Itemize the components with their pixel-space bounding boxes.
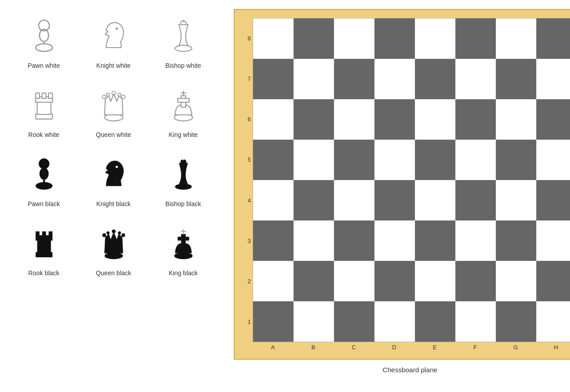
board-cell[interactable] (334, 301, 374, 342)
board-cell[interactable] (415, 18, 455, 59)
board-cell[interactable] (496, 220, 536, 261)
board-cell[interactable] (294, 261, 334, 301)
pieces-panel: Pawn white Knight white (9, 9, 225, 383)
piece-rook-black[interactable]: Rook black (9, 216, 79, 281)
board-cell[interactable] (374, 180, 415, 220)
board-cell[interactable] (455, 220, 496, 261)
piece-knight-white[interactable]: Knight white (79, 9, 148, 74)
board-panel: 8 7 6 5 4 3 2 1 A B C D E F G H Chessboa… (225, 9, 570, 383)
board-cell[interactable] (334, 18, 374, 59)
board-cell[interactable] (496, 18, 536, 59)
piece-king-white[interactable]: King white (148, 78, 218, 143)
board-cell[interactable] (334, 180, 374, 220)
svg-rect-39 (36, 231, 40, 237)
piece-queen-black[interactable]: Queen black (79, 216, 148, 281)
bishop-black-icon (163, 152, 204, 197)
board-cell[interactable] (455, 59, 496, 99)
board-cell[interactable] (374, 99, 415, 140)
piece-pawn-white[interactable]: Pawn white (9, 9, 79, 74)
queen-black-label: Queen black (96, 269, 131, 277)
board-cell[interactable] (415, 220, 455, 261)
board-cell[interactable] (253, 220, 294, 261)
board-cell[interactable] (455, 18, 496, 59)
board-cell[interactable] (334, 99, 374, 140)
board-cell[interactable] (415, 180, 455, 220)
board-cell[interactable] (496, 261, 536, 301)
svg-rect-4 (39, 45, 49, 48)
board-cell[interactable] (294, 59, 334, 99)
board-cell[interactable] (415, 59, 455, 99)
board-cell[interactable] (496, 99, 536, 140)
rook-black-label: Rook black (28, 269, 59, 277)
king-black-label: King black (169, 269, 198, 277)
board-cell[interactable] (536, 99, 570, 140)
board-cell[interactable] (536, 301, 570, 342)
board-cell[interactable] (334, 59, 374, 99)
svg-point-46 (106, 231, 109, 234)
board-cell[interactable] (496, 301, 536, 342)
col-label-c: C (334, 344, 374, 351)
pawn-black-icon (24, 152, 64, 197)
board-cell[interactable] (294, 99, 334, 140)
board-cell[interactable] (374, 140, 415, 180)
board-cell[interactable] (334, 261, 374, 301)
piece-rook-white[interactable]: Rook white (9, 78, 79, 143)
board-cell[interactable] (536, 180, 570, 220)
svg-point-28 (39, 167, 48, 180)
board-cell[interactable] (253, 18, 294, 59)
board-cell[interactable] (536, 140, 570, 180)
board-cell[interactable] (253, 140, 294, 180)
col-label-g: G (495, 344, 536, 351)
piece-king-black[interactable]: King black (148, 216, 218, 281)
board-cell[interactable] (536, 18, 570, 59)
board-cell[interactable] (253, 261, 294, 301)
svg-point-44 (111, 229, 116, 233)
board-cell[interactable] (253, 99, 294, 140)
queen-white-label: Queen white (96, 131, 131, 138)
board-cell[interactable] (294, 180, 334, 220)
board-cell[interactable] (294, 301, 334, 342)
board-cell[interactable] (253, 59, 294, 99)
col-label-a: A (253, 344, 293, 351)
board-cell[interactable] (455, 140, 496, 180)
board-cell[interactable] (374, 261, 415, 301)
rook-black-icon (24, 221, 64, 266)
board-cell[interactable] (374, 220, 415, 261)
board-cell[interactable] (455, 180, 496, 220)
board-cell[interactable] (496, 140, 536, 180)
board-cell[interactable] (455, 99, 496, 140)
board-cell[interactable] (415, 261, 455, 301)
board-cell[interactable] (536, 220, 570, 261)
board-cell[interactable] (455, 261, 496, 301)
board-cell[interactable] (415, 140, 455, 180)
board-cell[interactable] (294, 220, 334, 261)
row-label-5: 5 (243, 140, 251, 180)
board-cell[interactable] (253, 180, 294, 220)
svg-rect-50 (178, 237, 189, 241)
row-label-6: 6 (243, 99, 251, 140)
piece-bishop-black[interactable]: Bishop black (148, 147, 218, 212)
piece-queen-white[interactable]: Queen white (79, 78, 148, 143)
board-cell[interactable] (496, 180, 536, 220)
board-cell[interactable] (334, 220, 374, 261)
piece-pawn-black[interactable]: Pawn black (9, 147, 79, 212)
svg-point-45 (121, 233, 125, 237)
board-cell[interactable] (415, 301, 455, 342)
board-cell[interactable] (253, 301, 294, 342)
board-cell[interactable] (415, 99, 455, 140)
rook-white-icon (24, 83, 64, 128)
piece-bishop-white[interactable]: Bishop white (148, 9, 218, 74)
board-cell[interactable] (536, 59, 570, 99)
col-labels: A B C D E F G H (253, 344, 570, 351)
row-label-4: 4 (243, 180, 251, 220)
board-cell[interactable] (294, 140, 334, 180)
board-cell[interactable] (374, 59, 415, 99)
board-cell[interactable] (536, 261, 570, 301)
board-cell[interactable] (455, 301, 496, 342)
board-cell[interactable] (374, 301, 415, 342)
board-cell[interactable] (334, 140, 374, 180)
board-cell[interactable] (294, 18, 334, 59)
piece-knight-black[interactable]: Knight black (79, 147, 148, 212)
board-cell[interactable] (496, 59, 536, 99)
board-cell[interactable] (374, 18, 415, 59)
